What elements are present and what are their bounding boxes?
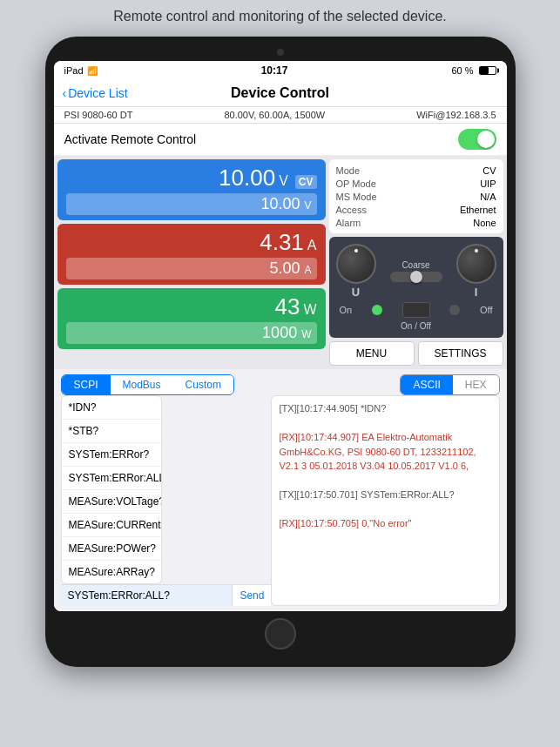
- on-off-row: On Off: [336, 302, 496, 318]
- cmd-meas-curr[interactable]: MEASure:CURRent?: [62, 514, 161, 537]
- coarse-slider[interactable]: [390, 272, 442, 282]
- off-indicator: [449, 305, 460, 315]
- mode-val: CV: [482, 165, 496, 176]
- status-right: 60 %: [451, 65, 496, 76]
- status-row-msmode: MS Mode N/A: [336, 190, 496, 203]
- voltage-setpoint[interactable]: 10.00 V: [66, 193, 317, 215]
- voltage-unit: V: [279, 173, 288, 189]
- knobs-row: U Coarse: [336, 244, 496, 299]
- cmd-meas-array[interactable]: MEASure:ARRay?: [62, 561, 161, 583]
- access-key: Access: [336, 205, 367, 215]
- tab-custom[interactable]: Custom: [173, 375, 233, 394]
- current-meter[interactable]: 4.31 A 5.00 A: [57, 224, 326, 285]
- cmd-meas-volt[interactable]: MEASure:VOLTage?: [62, 490, 161, 514]
- knob-i-label: I: [475, 286, 478, 299]
- msmode-val: N/A: [480, 192, 496, 202]
- device-info-bar: PSI 9080-60 DT 80.00V, 60.00A, 1500W WiF…: [54, 107, 507, 124]
- status-row-access: Access Ethernet: [336, 203, 496, 216]
- on-off-button[interactable]: [402, 302, 430, 318]
- tablet-screen: iPad 📶 10:17 60 % ‹ Device List Device C…: [54, 61, 507, 611]
- tablet-camera: [277, 49, 284, 56]
- protocol-tab-group: SCPI ModBus Custom: [61, 374, 234, 395]
- activate-label: Activate Remote Control: [64, 132, 197, 146]
- mode-key: Mode: [336, 165, 361, 176]
- power-meter[interactable]: 43 W 1000 W: [57, 288, 326, 349]
- coarse-thumb: [410, 271, 422, 283]
- power-setpoint-unit: W: [301, 328, 311, 340]
- device-model: PSI 9080-60 DT: [64, 110, 133, 120]
- status-row-mode: Mode CV: [336, 164, 496, 177]
- opmode-val: UIP: [480, 178, 496, 189]
- cmd-stb[interactable]: *STB?: [62, 420, 161, 443]
- command-list: *IDN? *STB? SYSTem:ERRor? SYSTem:ERRor:A…: [61, 395, 162, 584]
- alarm-key: Alarm: [336, 218, 361, 228]
- log-entry-4: [RX][10:17:50.705] 0,"No error": [279, 516, 491, 531]
- current-unit: A: [307, 238, 317, 253]
- log-entry-1: [TX][10:17:44.905] *IDN?: [279, 401, 491, 416]
- alarm-val: None: [473, 218, 496, 228]
- status-left: iPad 📶: [64, 65, 98, 76]
- knob-dot-i: [475, 249, 478, 252]
- voltage-value: 10.00: [219, 165, 275, 192]
- status-row-alarm: Alarm None: [336, 216, 496, 229]
- menu-settings-row: MENU SETTINGS: [329, 341, 503, 366]
- voltage-badge: CV: [295, 175, 317, 189]
- on-indicator: [372, 305, 382, 315]
- nav-title: Device Control: [231, 85, 329, 101]
- power-unit: W: [303, 302, 316, 318]
- meters-column: 10.00 V CV 10.00 V 4.31 A: [57, 159, 326, 366]
- knobs-area: U Coarse: [329, 237, 503, 338]
- power-value: 43: [274, 293, 300, 320]
- activate-toggle[interactable]: [458, 129, 496, 150]
- cmd-syserr[interactable]: SYSTem:ERRor?: [62, 443, 161, 467]
- log-area: [TX][10:17:44.905] *IDN? [RX][10:17:44.9…: [271, 395, 499, 606]
- status-bar: iPad 📶 10:17 60 %: [54, 61, 507, 80]
- off-label: Off: [480, 305, 492, 315]
- current-value: 4.31: [260, 229, 304, 256]
- back-button[interactable]: ‹ Device List: [63, 86, 128, 100]
- home-button[interactable]: [265, 618, 296, 649]
- tab-modbus[interactable]: ModBus: [111, 375, 173, 394]
- cmd-meas-pow[interactable]: MEASure:POWer?: [62, 537, 161, 561]
- cmd-idn[interactable]: *IDN?: [62, 396, 161, 420]
- send-button[interactable]: Send: [232, 585, 271, 606]
- status-time: 10:17: [261, 64, 288, 77]
- battery-icon: [479, 66, 496, 75]
- back-label[interactable]: Device List: [68, 86, 127, 100]
- power-setpoint[interactable]: 1000 W: [66, 322, 317, 344]
- right-panel: Mode CV OP Mode UIP MS Mode N/A Access: [329, 159, 503, 366]
- log-entry-2: [RX][10:17:44.907] EA Elektro-Automatik …: [279, 430, 491, 474]
- on-off-text-label: On / Off: [401, 321, 431, 331]
- cmd-input-field[interactable]: [61, 585, 233, 606]
- knob-dot-u: [354, 249, 358, 252]
- menu-button[interactable]: MENU: [329, 341, 415, 366]
- coarse-label: Coarse: [401, 260, 429, 270]
- tablet-frame: iPad 📶 10:17 60 % ‹ Device List Device C…: [45, 37, 516, 667]
- status-table: Mode CV OP Mode UIP MS Mode N/A Access: [329, 159, 503, 233]
- current-setpoint-unit: A: [304, 264, 311, 276]
- tab-hex[interactable]: HEX: [453, 375, 499, 394]
- voltage-meter[interactable]: 10.00 V CV 10.00 V: [57, 159, 326, 220]
- back-chevron-icon: ‹: [63, 86, 67, 100]
- cmd-input-row: Send: [61, 584, 272, 606]
- bottom-panels: *IDN? *STB? SYSTem:ERRor? SYSTem:ERRor:A…: [54, 395, 507, 611]
- tab-ascii[interactable]: ASCII: [401, 375, 452, 394]
- voltage-setpoint-unit: V: [304, 199, 311, 212]
- coarse-center: Coarse: [381, 260, 451, 282]
- tab-scpi[interactable]: SCPI: [62, 375, 111, 394]
- battery-fill: [480, 67, 489, 74]
- current-knob[interactable]: [456, 244, 496, 284]
- on-label: On: [340, 305, 353, 315]
- device-connection: WiFi@192.168.3.5: [416, 110, 496, 120]
- activate-remote-bar: Activate Remote Control: [54, 124, 507, 156]
- format-tab-group: ASCII HEX: [400, 374, 499, 395]
- cmd-syserr-all[interactable]: SYSTem:ERRor:ALL?: [62, 467, 161, 490]
- log-entry-3: [TX][10:17:50.701] SYSTem:ERRor:ALL?: [279, 488, 491, 502]
- device-specs: 80.00V, 60.00A, 1500W: [224, 110, 325, 120]
- settings-button[interactable]: SETTINGS: [418, 341, 503, 366]
- command-panel: *IDN? *STB? SYSTem:ERRor? SYSTem:ERRor:A…: [61, 395, 272, 606]
- voltage-knob[interactable]: [336, 244, 376, 284]
- current-setpoint[interactable]: 5.00 A: [66, 258, 317, 279]
- control-panel: 10.00 V CV 10.00 V 4.31 A: [54, 156, 507, 369]
- tabs-row: SCPI ModBus Custom ASCII HEX: [54, 369, 507, 395]
